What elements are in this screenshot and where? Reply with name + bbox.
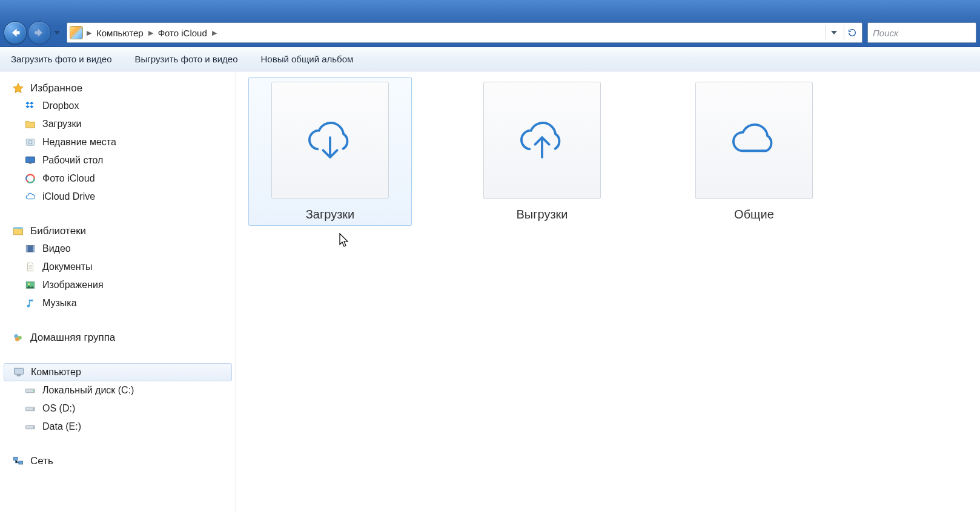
svg-rect-9 <box>26 246 27 252</box>
drive-icon <box>24 384 36 396</box>
svg-rect-2 <box>26 157 35 163</box>
icloud-drive-icon <box>24 191 36 203</box>
libraries-icon <box>12 225 24 237</box>
sidebar-item-music[interactable]: Музыка <box>0 294 236 312</box>
svg-point-23 <box>33 427 34 428</box>
nav-header-label: Избранное <box>30 82 82 94</box>
nav-item-label: Фото iCloud <box>42 173 95 184</box>
nav-header-label: Библиотеки <box>30 225 86 237</box>
cloud-icon <box>725 116 783 165</box>
sidebar-item-images[interactable]: Изображения <box>0 276 236 294</box>
svg-rect-3 <box>29 163 32 165</box>
nav-item-label: Недавние места <box>42 137 116 148</box>
svg-point-19 <box>33 390 34 392</box>
folder-tile-shared[interactable]: Общие <box>672 77 836 226</box>
svg-point-12 <box>28 283 30 285</box>
nav-header-homegroup[interactable]: Домашняя группа <box>0 329 236 346</box>
forward-button[interactable] <box>28 21 51 44</box>
refresh-button[interactable] <box>844 25 859 41</box>
icloud-photos-icon <box>24 172 36 185</box>
breadcrumb-chevron-icon[interactable]: ▶ <box>85 29 93 37</box>
svg-rect-0 <box>26 139 35 146</box>
svg-point-15 <box>15 337 19 341</box>
nav-item-label: Видео <box>42 243 71 254</box>
cmd-upload[interactable]: Выгрузить фото и видео <box>135 54 238 64</box>
documents-icon <box>24 261 36 273</box>
breadcrumb-chevron-icon[interactable]: ▶ <box>211 29 218 37</box>
dropbox-icon <box>24 100 36 112</box>
star-icon <box>12 82 24 94</box>
folder-label: Выгрузки <box>465 208 620 222</box>
nav-item-label: Загрузки <box>42 119 81 130</box>
svg-point-21 <box>33 409 34 410</box>
breadcrumb-segment-computer[interactable]: Компьютер <box>93 23 147 42</box>
nav-item-label: Изображения <box>42 280 104 290</box>
command-bar: Загрузить фото и видео Выгрузить фото и … <box>0 47 980 71</box>
cmd-download[interactable]: Загрузить фото и видео <box>11 54 112 64</box>
svg-rect-25 <box>19 461 23 464</box>
sidebar-item-desktop[interactable]: Рабочий стол <box>0 151 236 169</box>
drive-icon <box>24 421 36 433</box>
breadcrumb-chevron-icon[interactable]: ▶ <box>147 29 154 37</box>
sidebar-item-drive-d[interactable]: OS (D:) <box>0 399 236 418</box>
nav-item-label: Локальный диск (C:) <box>42 385 134 396</box>
cloud-download-icon <box>301 116 359 165</box>
address-bar[interactable]: ▶ Компьютер ▶ Фото iCloud ▶ <box>67 22 862 43</box>
cmd-new-shared-album[interactable]: Новый общий альбом <box>261 54 354 64</box>
nav-history-dropdown[interactable] <box>52 27 62 39</box>
sidebar-item-drive-e[interactable]: Data (E:) <box>0 418 236 436</box>
drive-icon <box>24 402 36 415</box>
location-icon <box>70 26 83 39</box>
sidebar-item-video[interactable]: Видео <box>0 240 236 258</box>
cursor-icon <box>339 233 351 249</box>
nav-item-label: Музыка <box>42 298 77 309</box>
svg-rect-10 <box>33 246 35 252</box>
sidebar-item-dropbox[interactable]: Dropbox <box>0 97 236 115</box>
network-icon <box>12 455 24 467</box>
nav-group-network: Сеть <box>0 453 236 470</box>
nav-header-label: Домашняя группа <box>30 332 115 344</box>
video-icon <box>24 243 36 255</box>
nav-header-label: Компьютер <box>31 367 81 378</box>
search-input[interactable]: Поиск <box>867 22 976 43</box>
nav-item-label: OS (D:) <box>42 403 75 414</box>
homegroup-icon <box>12 332 24 344</box>
address-dropdown[interactable] <box>826 25 841 41</box>
nav-item-label: iCloud Drive <box>42 191 95 202</box>
sidebar-item-recent[interactable]: Недавние места <box>0 133 236 151</box>
folder-thumb <box>271 82 389 199</box>
folder-tile-downloads[interactable]: Загрузки <box>248 77 412 226</box>
images-icon <box>24 279 36 291</box>
folder-download-icon <box>24 118 36 130</box>
titlebar: ▶ Компьютер ▶ Фото iCloud ▶ Поиск <box>0 0 980 47</box>
back-button[interactable] <box>4 21 27 44</box>
sidebar-item-icloud-photos[interactable]: Фото iCloud <box>0 169 236 188</box>
folder-thumb <box>695 82 813 199</box>
svg-rect-17 <box>17 375 21 376</box>
cloud-upload-icon <box>513 116 571 165</box>
nav-header-computer[interactable]: Компьютер <box>4 363 232 381</box>
recent-icon <box>24 136 36 148</box>
nav-item-label: Dropbox <box>42 100 79 111</box>
nav-group-libraries: Библиотеки Видео Документы Изображения М… <box>0 223 236 312</box>
nav-header-favorites[interactable]: Избранное <box>0 80 236 97</box>
computer-icon <box>13 366 25 378</box>
sidebar-item-documents[interactable]: Документы <box>0 258 236 276</box>
folder-label: Общие <box>677 208 832 222</box>
content-pane[interactable]: Загрузки Выгрузки О <box>236 71 980 512</box>
sidebar-item-drive-c[interactable]: Локальный диск (C:) <box>0 381 236 399</box>
nav-item-label: Рабочий стол <box>42 155 103 166</box>
sidebar-item-downloads[interactable]: Загрузки <box>0 115 236 133</box>
search-placeholder: Поиск <box>873 28 898 38</box>
svg-rect-24 <box>14 457 18 460</box>
nav-group-homegroup: Домашняя группа <box>0 329 236 346</box>
sidebar-item-icloud-drive[interactable]: iCloud Drive <box>0 188 236 206</box>
music-icon <box>24 297 36 309</box>
nav-header-libraries[interactable]: Библиотеки <box>0 223 236 240</box>
breadcrumb-segment-icloud-photos[interactable]: Фото iCloud <box>154 23 211 42</box>
svg-rect-16 <box>15 368 24 374</box>
nav-buttons <box>4 21 62 44</box>
folder-label: Загрузки <box>253 208 408 222</box>
nav-header-network[interactable]: Сеть <box>0 453 236 470</box>
folder-tile-uploads[interactable]: Выгрузки <box>460 77 624 226</box>
